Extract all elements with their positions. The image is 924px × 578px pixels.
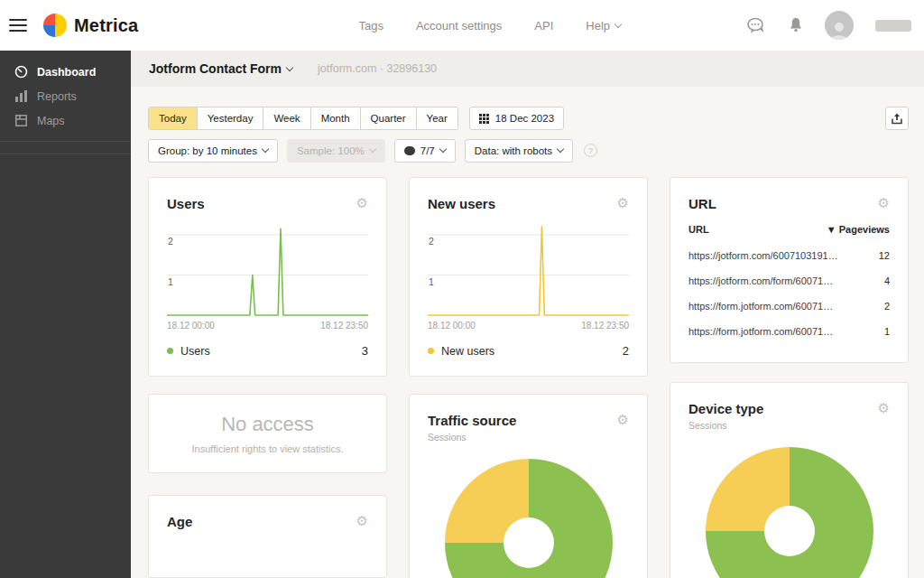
column-1: Users ⚙ 2 1 18.12 00:00 18.12 23:50 (148, 177, 387, 578)
counter-selector[interactable]: Jotform Contact Form (149, 61, 292, 76)
legend-value: 3 (362, 344, 368, 358)
sidebar-label-reports: Reports (37, 90, 77, 103)
nav-help[interactable]: Help (586, 19, 621, 33)
x-axis-labels: 18.12 00:00 18.12 23:50 (167, 321, 368, 331)
date-label: 18 Dec 2023 (495, 113, 554, 124)
device-type-donut-chart[interactable] (706, 447, 873, 578)
sample-label: Sample: 100% (297, 145, 365, 156)
sidebar-label-maps: Maps (37, 115, 65, 127)
table-row: https://form.jotform.com/60071… 2 (688, 294, 890, 319)
widget-subtitle: Sessions (688, 420, 890, 431)
chevron-down-icon (614, 20, 622, 27)
date-picker-button[interactable]: 18 Dec 2023 (469, 107, 564, 130)
table-row: https://jotform.com/6007103191… 12 (688, 243, 890, 268)
logo-text: Metrica (74, 15, 138, 36)
user-avatar[interactable] (825, 11, 854, 40)
nav-help-label: Help (586, 19, 610, 33)
column-2: New users ⚙ 2 1 18.12 00:00 18.12 23:50 (409, 177, 648, 578)
chevron-down-icon (557, 145, 564, 153)
gear-icon[interactable]: ⚙ (617, 413, 629, 426)
legend-label: New users (441, 345, 494, 358)
widget-title: Device type (688, 401, 763, 416)
period-quarter[interactable]: Quarter (360, 107, 416, 129)
new-users-legend[interactable]: New users 2 (428, 344, 629, 358)
counter-name-label: Jotform Contact Form (149, 61, 282, 76)
x-label-start: 18.12 00:00 (167, 321, 215, 331)
widget-title: Age (167, 514, 192, 529)
header-actions (747, 0, 911, 51)
gear-icon[interactable]: ⚙ (878, 401, 890, 415)
data-dropdown[interactable]: Data: with robots (465, 139, 573, 163)
users-legend[interactable]: Users 3 (167, 344, 368, 358)
legend-label: Users (180, 345, 210, 358)
counter-id: 32896130 (386, 62, 437, 75)
period-week[interactable]: Week (263, 107, 310, 129)
url-widget: URL ⚙ URL ▼ Pageviews https://jotform (670, 177, 909, 363)
no-access-message: Insufficient rights to view statistics. (192, 443, 344, 454)
period-segmented-control: Today Yesterday Week Month Quarter Year (148, 107, 458, 130)
widget-subtitle: Sessions (428, 432, 629, 443)
pageviews-column-label: Pageviews (839, 224, 890, 235)
period-yesterday[interactable]: Yesterday (197, 107, 263, 129)
chevron-down-icon (286, 63, 293, 70)
pageviews-value: 2 (884, 301, 890, 312)
device-type-widget: Device type ⚙ Sessions (670, 382, 909, 578)
goals-label: 7/7 (420, 145, 435, 156)
period-month[interactable]: Month (310, 107, 360, 129)
no-access-title: No access (221, 413, 314, 436)
y-tick: 2 (429, 236, 434, 247)
sample-dropdown[interactable]: Sample: 100% (287, 139, 385, 163)
widget-title: Traffic source (428, 413, 516, 428)
nav-api[interactable]: API (534, 19, 553, 33)
traffic-source-donut-chart[interactable] (445, 459, 613, 578)
widget-title: URL (688, 196, 716, 211)
sort-desc-icon: ▼ (827, 224, 836, 235)
top-header: Metrica Tags Account settings API Help (0, 0, 924, 51)
url-link[interactable]: https://form.jotform.com/60071… (688, 326, 833, 337)
sidebar: Dashboard Reports Maps (0, 51, 131, 578)
x-label-start: 18.12 00:00 (428, 321, 476, 331)
goals-dropdown[interactable]: 7/7 (394, 139, 456, 163)
period-year[interactable]: Year (416, 107, 457, 129)
pageviews-sort-header[interactable]: ▼ Pageviews (827, 224, 890, 235)
username-placeholder[interactable] (875, 20, 911, 32)
gear-icon[interactable]: ⚙ (878, 196, 890, 210)
dashboard-icon (14, 65, 28, 79)
pageviews-value: 1 (884, 326, 890, 337)
menu-icon[interactable] (9, 19, 27, 32)
url-link[interactable]: https://jotform.com/form/60071… (688, 275, 833, 286)
sidebar-item-maps[interactable]: Maps (0, 108, 131, 133)
notifications-bell-icon[interactable] (789, 17, 803, 33)
sidebar-label-dashboard: Dashboard (37, 66, 96, 79)
period-today[interactable]: Today (149, 107, 197, 129)
traffic-source-widget: Traffic source ⚙ Sessions (409, 394, 648, 578)
messages-icon[interactable] (747, 17, 767, 34)
sidebar-divider (0, 141, 131, 142)
breadcrumb: Jotform Contact Form jotform.com · 32896… (131, 51, 924, 87)
gear-icon[interactable]: ⚙ (356, 514, 368, 527)
x-label-end: 18.12 23:50 (320, 321, 368, 331)
period-toolbar: Today Yesterday Week Month Quarter Year … (148, 107, 909, 130)
metrica-logo[interactable]: Metrica (43, 14, 138, 37)
gear-icon[interactable]: ⚙ (617, 196, 629, 210)
counter-meta: jotform.com · 32896130 (318, 62, 437, 75)
nav-tags[interactable]: Tags (358, 19, 383, 33)
new-users-line-chart: 2 1 (428, 226, 629, 316)
export-button[interactable] (885, 107, 909, 130)
filter-toolbar: Group: by 10 minutes Sample: 100% 7/7 Da… (148, 139, 909, 162)
help-icon[interactable]: ? (584, 144, 597, 157)
url-link[interactable]: https://jotform.com/6007103191… (688, 250, 838, 261)
new-users-widget: New users ⚙ 2 1 18.12 00:00 18.12 23:50 (409, 177, 648, 377)
legend-dot (167, 348, 173, 354)
sidebar-item-dashboard[interactable]: Dashboard (0, 60, 131, 84)
table-row: https://form.jotform.com/60071… 1 (688, 319, 890, 344)
url-link[interactable]: https://form.jotform.com/60071… (688, 301, 833, 312)
separator: · (380, 62, 383, 75)
group-label: Group: by 10 minutes (158, 145, 257, 156)
gear-icon[interactable]: ⚙ (356, 196, 368, 210)
nav-account-settings[interactable]: Account settings (416, 19, 502, 33)
sidebar-item-reports[interactable]: Reports (0, 84, 131, 108)
chevron-down-icon (439, 145, 447, 153)
group-dropdown[interactable]: Group: by 10 minutes (148, 139, 278, 163)
y-tick: 1 (429, 276, 434, 287)
